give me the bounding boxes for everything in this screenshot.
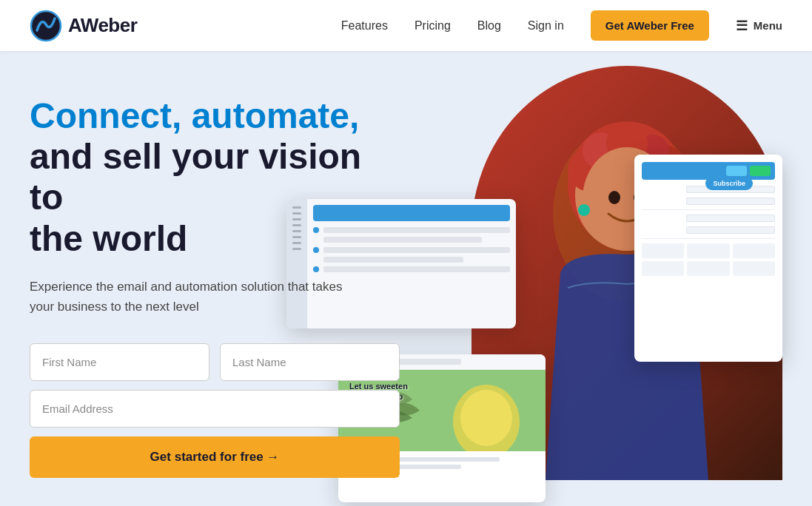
aweber-logo-icon — [30, 10, 62, 42]
menu-button[interactable]: ☰ Menu — [736, 18, 782, 34]
grid-cell-1 — [642, 243, 684, 258]
grid-cell-5 — [687, 261, 729, 276]
hero-title-line2: and sell your vision to — [30, 137, 361, 217]
card3-divider-1 — [642, 209, 775, 210]
nav-link-features[interactable]: Features — [341, 19, 388, 33]
last-name-input[interactable] — [220, 343, 400, 381]
grid-cell-2 — [687, 243, 729, 258]
navbar-right: Features Pricing Blog Sign in Get AWeber… — [341, 10, 782, 41]
hamburger-icon: ☰ — [736, 18, 748, 34]
hero-title-line1: Connect, automate, — [30, 96, 359, 135]
hero-subtitle: Experience the email and automation solu… — [30, 277, 355, 317]
hero-content: Connect, automate, and sell your vision … — [30, 95, 415, 478]
card3-divider-2 — [642, 238, 775, 239]
get-aweber-free-button[interactable]: Get AWeber Free — [591, 10, 709, 41]
svg-point-13 — [578, 204, 590, 216]
hero-form: Get started for free → — [30, 343, 400, 478]
svg-point-11 — [608, 191, 620, 204]
grid-cell-3 — [733, 243, 775, 258]
nav-link-pricing[interactable]: Pricing — [415, 19, 451, 33]
navbar: AWeber Features Pricing Blog Sign in Get… — [0, 0, 812, 51]
card3-btn-blue — [726, 166, 747, 176]
card3-setting-row-4 — [642, 226, 775, 234]
nav-link-signin[interactable]: Sign in — [528, 19, 564, 33]
email-input[interactable] — [30, 390, 400, 428]
hero-section: Connect, automate, and sell your vision … — [0, 51, 812, 506]
card3-setting-row-2 — [642, 198, 775, 205]
hero-image-area: Subscribe — [383, 66, 812, 506]
card3-input-3 — [686, 215, 775, 222]
logo-text: AWeber — [68, 14, 137, 37]
card3-input-2 — [686, 198, 775, 205]
logo-link[interactable]: AWeber — [30, 10, 137, 42]
first-name-input[interactable] — [30, 343, 209, 381]
hero-title-line3: the world — [30, 219, 187, 258]
grid-cell-6 — [733, 261, 775, 276]
menu-label: Menu — [754, 19, 782, 32]
svg-point-17 — [460, 390, 512, 446]
navbar-left: AWeber — [30, 10, 137, 42]
subscribe-tag: Subscribe — [705, 177, 753, 190]
grid-cell-4 — [642, 261, 684, 276]
card3-setting-row-3 — [642, 215, 775, 222]
nav-link-blog[interactable]: Blog — [477, 19, 501, 33]
name-row — [30, 343, 400, 381]
hero-title: Connect, automate, and sell your vision … — [30, 95, 400, 259]
get-started-button[interactable]: Get started for free → — [30, 436, 400, 478]
card3-btn-green — [750, 166, 771, 176]
card3-grid — [642, 243, 775, 276]
card3-input-4 — [686, 226, 775, 234]
